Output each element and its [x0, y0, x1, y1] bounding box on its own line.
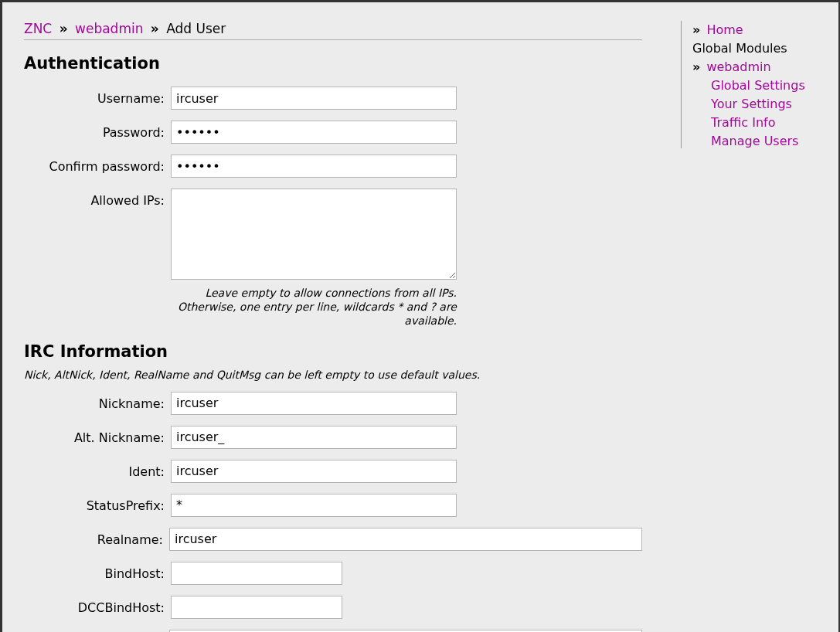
breadcrumb-current: Add User [166, 21, 226, 36]
raquo-icon: » [692, 22, 700, 37]
password-label: Password: [24, 121, 171, 140]
confirm-password-input[interactable] [171, 155, 457, 178]
irc-section-note: Nick, AltNick, Ident, RealName and QuitM… [24, 369, 642, 381]
realname-input[interactable] [169, 528, 642, 551]
nickname-input[interactable] [171, 392, 457, 415]
sidebar: » Home Global Modules » webadmin Global … [681, 21, 805, 148]
sidebar-link-global-settings[interactable]: Global Settings [711, 78, 805, 93]
raquo-icon: » [692, 59, 700, 74]
allowed-ips-hint: Leave empty to allow connections from al… [171, 286, 457, 328]
breadcrumb: ZNC » webadmin » Add User [24, 21, 642, 40]
statusprefix-label: StatusPrefix: [24, 494, 171, 513]
ident-label: Ident: [24, 460, 171, 479]
bindhost-label: BindHost: [24, 562, 171, 581]
dccbindhost-label: DCCBindHost: [24, 596, 171, 615]
username-label: Username: [24, 87, 171, 106]
sidebar-heading-global-modules: Global Modules [692, 39, 805, 58]
quitmsg-input[interactable] [169, 630, 642, 632]
section-title-irc: IRC Information [24, 342, 642, 361]
username-input[interactable] [171, 87, 457, 110]
password-input[interactable] [171, 121, 457, 144]
altnick-label: Alt. Nickname: [24, 426, 171, 445]
breadcrumb-sep: » [60, 21, 68, 36]
nickname-label: Nickname: [24, 392, 171, 411]
main-content: ZNC » webadmin » Add User Authentication… [24, 21, 642, 632]
breadcrumb-sep: » [151, 21, 159, 36]
breadcrumb-root-link[interactable]: ZNC [24, 21, 52, 36]
statusprefix-input[interactable] [171, 494, 457, 517]
ident-input[interactable] [171, 460, 457, 483]
section-title-authentication: Authentication [24, 54, 642, 73]
altnick-input[interactable] [171, 426, 457, 449]
sidebar-link-traffic-info[interactable]: Traffic Info [711, 115, 775, 130]
confirm-password-label: Confirm password: [24, 155, 171, 174]
sidebar-link-manage-users[interactable]: Manage Users [711, 134, 798, 148]
sidebar-link-home[interactable]: Home [706, 22, 743, 37]
realname-label: Realname: [24, 528, 169, 547]
sidebar-link-webadmin[interactable]: webadmin [706, 59, 770, 74]
bindhost-input[interactable] [171, 562, 342, 585]
quitmsg-label: Quit Message: [24, 630, 169, 632]
sidebar-link-your-settings[interactable]: Your Settings [711, 97, 792, 111]
dccbindhost-input[interactable] [171, 596, 342, 619]
breadcrumb-module-link[interactable]: webadmin [75, 21, 143, 36]
allowed-ips-textarea[interactable] [171, 189, 457, 280]
allowed-ips-label: Allowed IPs: [24, 189, 171, 208]
